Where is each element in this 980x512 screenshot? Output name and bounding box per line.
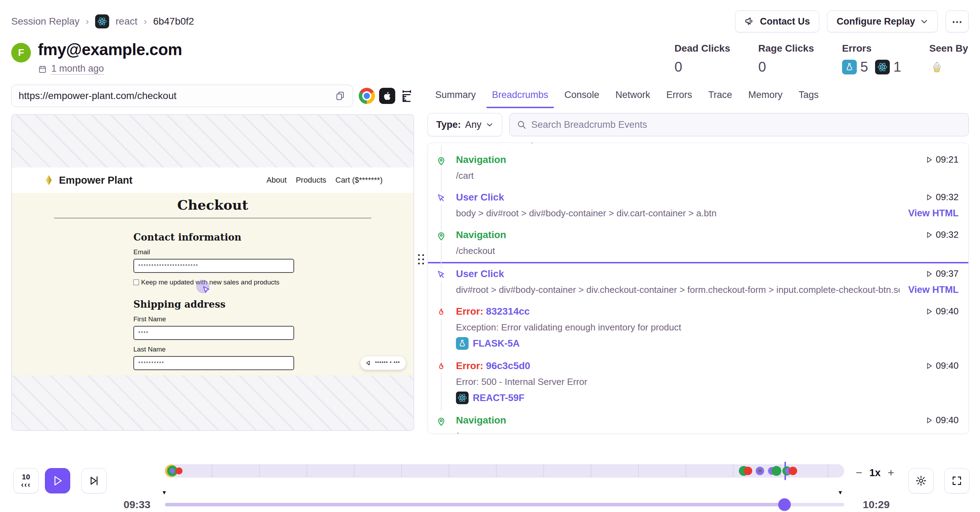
megaphone-icon bbox=[745, 16, 755, 27]
timeline-track[interactable] bbox=[165, 464, 844, 478]
contact-us-button[interactable]: Contact Us bbox=[735, 11, 819, 32]
event-timestamp[interactable]: 09:40 bbox=[925, 306, 959, 317]
stat-rage-clicks: Rage Clicks 0 bbox=[758, 43, 814, 75]
email-field[interactable] bbox=[134, 259, 294, 273]
breadcrumb-project[interactable]: react bbox=[116, 16, 137, 27]
event-timestamp[interactable]: 09:37 bbox=[925, 268, 959, 279]
configure-replay-button[interactable]: Configure Replay bbox=[827, 11, 938, 32]
errors-label: Errors bbox=[842, 43, 901, 54]
breadcrumb: Session Replay › react › 6b47b0f2 bbox=[11, 14, 194, 29]
event-row-error[interactable]: Error: 96c3c5d0 09:40 Error: 500 - Inter… bbox=[428, 356, 969, 410]
error-label: Error: bbox=[456, 360, 483, 371]
first-name-field[interactable] bbox=[134, 326, 294, 340]
navigation-pin-icon bbox=[435, 155, 447, 167]
timeline-window-marker-right[interactable]: ▼ bbox=[837, 490, 843, 496]
tab-trace[interactable]: Trace bbox=[703, 88, 738, 108]
view-html-link[interactable]: View HTML bbox=[908, 208, 959, 219]
event-row-navigation[interactable]: Navigation 09:32 /checkout bbox=[428, 224, 969, 262]
speed-increase-button[interactable]: + bbox=[888, 466, 894, 479]
event-title: Navigation bbox=[456, 415, 506, 426]
navigation-pin-icon bbox=[435, 230, 447, 242]
type-filter-dropdown[interactable]: Type: Any bbox=[428, 113, 502, 136]
tab-tags[interactable]: Tags bbox=[793, 88, 824, 108]
event-timestamp[interactable]: 09:40 bbox=[925, 415, 959, 426]
react-error-count: 1 bbox=[893, 59, 901, 75]
fullscreen-icon bbox=[951, 475, 963, 486]
more-options-button[interactable]: ⋯ bbox=[946, 11, 969, 32]
flask-project-icon[interactable] bbox=[842, 60, 857, 75]
progress-scrubber-handle[interactable] bbox=[778, 498, 791, 511]
event-row-navigation[interactable]: Navigation 09:40 /error bbox=[428, 410, 969, 434]
event-row-user-click[interactable]: User Click 09:32 body > div#root > div#b… bbox=[428, 187, 969, 224]
progress-bar[interactable] bbox=[165, 503, 844, 506]
panel-resize-handle[interactable] bbox=[418, 254, 424, 265]
tab-errors[interactable]: Errors bbox=[660, 88, 698, 108]
user-click-cursor-icon bbox=[435, 193, 447, 204]
contact-us-label: Contact Us bbox=[760, 16, 810, 27]
event-selector: div#root > div#body-container > … bbox=[456, 143, 900, 144]
play-from-here-icon bbox=[925, 193, 933, 201]
breadcrumb-session-replay[interactable]: Session Replay bbox=[11, 16, 80, 27]
tab-summary[interactable]: Summary bbox=[430, 88, 482, 108]
type-filter-label: Type: bbox=[436, 120, 461, 130]
event-path: /checkout bbox=[456, 246, 959, 256]
event-row-navigation[interactable]: Navigation 09:21 /cart bbox=[428, 149, 969, 187]
tab-network[interactable]: Network bbox=[610, 88, 655, 108]
react-project-icon bbox=[456, 392, 469, 404]
error-id-link[interactable]: 832314cc bbox=[486, 306, 530, 317]
nav-cart[interactable]: Cart ($*******) bbox=[336, 175, 383, 185]
view-html-link[interactable]: View HTML bbox=[908, 284, 959, 295]
event-row-user-click[interactable]: User Click 09:37 div#root > div#body-con… bbox=[428, 263, 969, 301]
timeline-window-marker-left[interactable]: ▼ bbox=[161, 490, 167, 496]
configure-replay-label: Configure Replay bbox=[837, 16, 915, 27]
tab-console[interactable]: Console bbox=[559, 88, 605, 108]
replayed-page: Empower Plant About Products Cart ($****… bbox=[12, 167, 414, 375]
event-timestamp[interactable]: 09:32 bbox=[925, 229, 959, 240]
seen-by-cupcake-avatar[interactable] bbox=[929, 59, 944, 74]
calendar-icon bbox=[38, 65, 47, 74]
search-input[interactable] bbox=[531, 120, 961, 130]
newsletter-checkbox[interactable] bbox=[134, 279, 139, 285]
rewind-10s-button[interactable]: 10 ‹‹‹ bbox=[13, 468, 38, 493]
play-from-here-icon bbox=[925, 156, 933, 164]
breadcrumb-events-panel[interactable]: div#root > div#body-container > … View H… bbox=[428, 143, 969, 434]
shipping-address-heading: Shipping address bbox=[134, 299, 294, 310]
player-controls: 10 ‹‹‹ 09:33 ▼ ▼ − 1x + 10:29 bbox=[0, 451, 980, 512]
checkout-divider bbox=[54, 218, 371, 219]
timeline-event-dot bbox=[744, 467, 752, 475]
error-id-link[interactable]: 96c3c5d0 bbox=[486, 360, 530, 371]
replay-time-ago[interactable]: 1 month ago bbox=[51, 63, 104, 75]
react-error-project-icon[interactable] bbox=[875, 60, 890, 75]
error-fire-icon bbox=[435, 306, 447, 319]
event-timestamp[interactable]: 09:40 bbox=[925, 360, 959, 371]
last-name-field[interactable] bbox=[134, 356, 294, 370]
event-timestamp[interactable]: 09:32 bbox=[925, 192, 959, 203]
chevron-down-icon bbox=[920, 17, 928, 26]
tab-memory[interactable]: Memory bbox=[743, 88, 788, 108]
copy-url-button[interactable] bbox=[334, 90, 346, 102]
detail-tabs: Summary Breadcrumbs Console Network Erro… bbox=[428, 85, 969, 108]
skip-to-end-button[interactable] bbox=[81, 468, 107, 493]
event-path: /cart bbox=[456, 170, 959, 181]
event-row-clipped[interactable]: div#root > div#body-container > … View H… bbox=[428, 143, 969, 149]
view-html-link[interactable]: View HTML bbox=[908, 143, 959, 144]
fullscreen-button[interactable] bbox=[944, 468, 969, 493]
empower-plant-brand: Empower Plant bbox=[43, 174, 133, 186]
rage-clicks-label: Rage Clicks bbox=[758, 43, 814, 54]
page-title-user-email: fmy@example.com bbox=[38, 40, 182, 59]
settings-button[interactable] bbox=[908, 468, 934, 493]
replay-current-url: https://empower-plant.com/checkout bbox=[19, 90, 177, 102]
event-timestamp[interactable]: 09:21 bbox=[925, 154, 959, 165]
replay-player[interactable]: Empower Plant About Products Cart ($****… bbox=[11, 114, 414, 431]
issue-short-id-link[interactable]: REACT-59F bbox=[473, 392, 524, 404]
play-button[interactable] bbox=[45, 468, 70, 493]
timeline-event-dot bbox=[789, 467, 797, 475]
event-row-error[interactable]: Error: 832314cc 09:40 Exception: Error v… bbox=[428, 301, 969, 356]
timeline-event-dot bbox=[772, 466, 781, 476]
error-label: Error: bbox=[456, 306, 483, 317]
nav-about[interactable]: About bbox=[266, 175, 287, 185]
speed-decrease-button[interactable]: − bbox=[856, 466, 862, 479]
nav-products[interactable]: Products bbox=[296, 175, 326, 185]
tab-breadcrumbs[interactable]: Breadcrumbs bbox=[487, 88, 554, 108]
issue-short-id-link[interactable]: FLASK-5A bbox=[473, 338, 520, 349]
